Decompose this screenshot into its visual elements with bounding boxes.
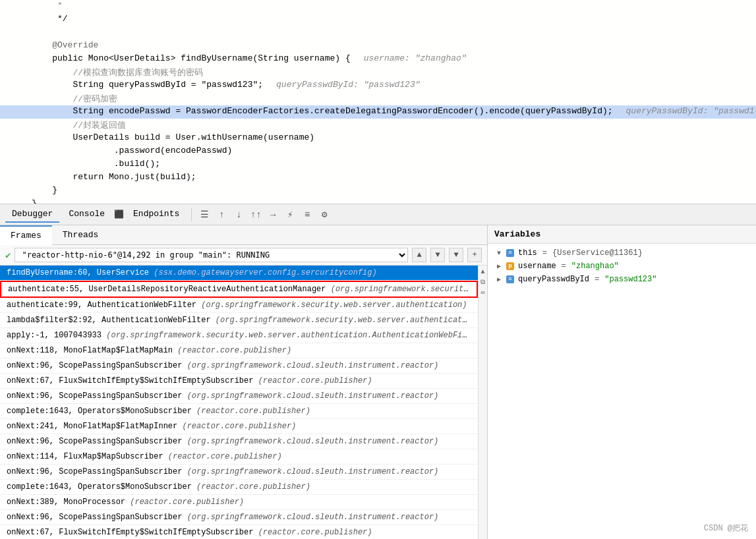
code-line: //封装返回值 <box>0 119 756 132</box>
code-text: } <box>26 198 756 204</box>
variables-panel: Variables ▼≡this = {UserService@11361}▶p… <box>488 225 756 539</box>
code-line: String encodePasswd = PasswordEncoderFac… <box>0 105 756 119</box>
frame-item[interactable]: onNext:114, FluxMap$MapSubscriber (react… <box>0 449 478 465</box>
frame-item[interactable]: onNext:118, MonoFlatMap$FlatMapMain (rea… <box>0 343 478 358</box>
frame-item[interactable]: onNext:241, MonoFlatMap$FlatMapInner (re… <box>0 419 478 434</box>
frame-item[interactable]: onNext:67, FluxSwitchIfEmpty$SwitchIfEmp… <box>0 374 478 389</box>
frame-item[interactable]: onNext:96, ScopePassingSpanSubscriber (o… <box>0 389 478 404</box>
debug-panels: Frames Threads ✔ "reactor-http-nio-6"@14… <box>0 225 756 539</box>
variable-item[interactable]: ▶≡queryPasswdById = "passwd123" <box>488 273 756 286</box>
step-over-btn[interactable]: ↑ <box>214 208 229 222</box>
frame-item[interactable]: apply:-1, 1007043933 (org.springframewor… <box>0 328 478 343</box>
expand-icon[interactable]: ▶ <box>494 275 504 284</box>
var-type-icon: ≡ <box>506 249 514 257</box>
code-text: //密码加密 <box>26 93 756 105</box>
frame-item[interactable]: onNext:96, ScopePassingSpanSubscriber (o… <box>0 358 478 374</box>
watermark: CSDN @把花 <box>704 523 748 534</box>
step-out-btn[interactable]: ↑↑ <box>248 208 263 222</box>
code-line: //密码加密 <box>0 92 756 105</box>
frames-list: findByUsername:60, UserService (ssx.demo… <box>0 266 478 539</box>
expand-icon[interactable]: ▶ <box>494 262 504 271</box>
frames-panel: Frames Threads ✔ "reactor-http-nio-6"@14… <box>0 225 488 539</box>
var-name: this <box>518 248 537 258</box>
tab-endpoints[interactable]: Endpoints <box>127 206 186 223</box>
code-text: String queryPasswdById = "passwd123";que… <box>26 80 756 90</box>
code-line: } <box>0 184 756 198</box>
frame-item[interactable]: complete:1643, Operators$MonoSubscriber … <box>0 404 478 419</box>
thread-selector[interactable]: "reactor-http-nio-6"@14,292 in group "ma… <box>15 248 408 262</box>
code-text: .password(encodePasswd) <box>26 146 756 156</box>
thread-status-icon: ✔ <box>5 250 11 261</box>
code-line: //模拟查询数据库查询账号的密码 <box>0 66 756 79</box>
debugger-toolbar: Debugger Console ⬛ Endpoints ☰ ↑ ↓ ↑↑ → … <box>0 204 756 225</box>
code-line: UserDetails build = User.withUsername(us… <box>0 132 756 145</box>
frames-btn[interactable]: ≡ <box>300 208 314 222</box>
frame-item[interactable]: onNext:96, ScopePassingSpanSubscriber (o… <box>0 465 478 480</box>
code-text: */ <box>26 14 756 24</box>
code-text: //模拟查询数据库查询账号的密码 <box>26 67 756 78</box>
var-value: "zhanghao" <box>571 262 619 271</box>
code-line: return Mono.just(build); <box>0 171 756 184</box>
code-line: String queryPasswdById = "passwd123";que… <box>0 79 756 92</box>
frame-item[interactable]: complete:1643, Operators$MonoSubscriber … <box>0 480 478 495</box>
code-line: .build(); <box>0 158 756 171</box>
code-text: UserDetails build = User.withUsername(us… <box>26 132 756 142</box>
infinity-btn[interactable]: ∞ <box>479 288 488 297</box>
filter-btn[interactable]: ▼ <box>449 248 463 262</box>
code-text: //封装返回值 <box>26 119 756 131</box>
down-btn[interactable]: ▼ <box>430 248 445 262</box>
evaluate-btn[interactable]: ⚡ <box>283 208 297 222</box>
code-text: return Mono.just(build); <box>26 172 756 182</box>
settings-btn[interactable]: ⚙ <box>317 208 332 222</box>
variables-header: Variables <box>488 225 756 244</box>
frame-item[interactable]: findByUsername:60, UserService (ssx.demo… <box>0 266 478 281</box>
code-text: public Mono<UserDetails> findByUsername(… <box>26 53 756 63</box>
code-line: } <box>0 198 756 204</box>
code-text: .build(); <box>26 159 756 169</box>
frame-item[interactable]: onNext:96, ScopePassingSpanSubscriber (o… <box>0 510 478 525</box>
up-btn[interactable]: ▲ <box>412 248 426 262</box>
thread-bar: ✔ "reactor-http-nio-6"@14,292 in group "… <box>0 245 487 266</box>
frame-item[interactable]: authenticate:99, AuthenticationWebFilter… <box>0 298 478 313</box>
add-btn[interactable]: + <box>467 248 482 262</box>
var-type-icon: ≡ <box>506 275 514 283</box>
var-name: queryPasswdById <box>518 275 589 284</box>
resume-btn[interactable]: ☰ <box>197 208 212 222</box>
frame-item[interactable]: onNext:96, ScopePassingSpanSubscriber (o… <box>0 434 478 449</box>
variables-list: ▼≡this = {UserService@11361}▶pusername =… <box>488 244 756 539</box>
frame-item[interactable]: onNext:67, FluxSwitchIfEmpty$SwitchIfEmp… <box>0 525 478 539</box>
code-text: String encodePasswd = PasswordEncoderFac… <box>26 106 756 116</box>
separator <box>191 208 192 221</box>
var-value: "passwd123" <box>604 275 656 284</box>
tab-frames[interactable]: Frames <box>0 225 52 245</box>
var-type-icon: p <box>506 262 514 270</box>
scroll-up-btn[interactable]: ▲ <box>479 267 488 276</box>
copy-btn[interactable]: ⧉ <box>479 277 488 287</box>
panel-tabs: Frames Threads <box>0 225 487 245</box>
code-line: * <box>0 0 756 13</box>
side-scrollbar: ▲ ⧉ ∞ <box>478 266 487 539</box>
frame-item[interactable]: onNext:389, MonoProcessor (reactor.core.… <box>0 495 478 510</box>
variable-item[interactable]: ▼≡this = {UserService@11361} <box>488 246 756 260</box>
var-name: username <box>518 262 556 271</box>
run-to-cursor-btn[interactable]: → <box>266 208 280 222</box>
code-editor: * */ @Override public Mono<UserDetails> … <box>0 0 756 204</box>
code-line: */ <box>0 13 756 26</box>
code-text: @Override <box>26 40 756 50</box>
frame-item[interactable]: lambda$filter$2:92, AuthenticationWebFil… <box>0 313 478 328</box>
code-line <box>0 26 756 40</box>
tab-debugger[interactable]: Debugger <box>5 206 59 223</box>
tab-console[interactable]: Console <box>62 206 111 223</box>
code-line: @Override <box>0 40 756 53</box>
step-into-btn[interactable]: ↓ <box>231 208 246 222</box>
frame-item[interactable]: authenticate:55, UserDetailsRepositoryRe… <box>0 281 478 298</box>
code-line: public Mono<UserDetails> findByUsername(… <box>0 53 756 66</box>
code-text: } <box>26 185 756 195</box>
var-value: {UserService@11361} <box>552 248 643 258</box>
code-line: .password(encodePasswd) <box>0 145 756 158</box>
variable-item[interactable]: ▶pusername = "zhanghao" <box>488 260 756 273</box>
tab-threads[interactable]: Threads <box>52 225 109 245</box>
code-text: * <box>26 1 756 11</box>
expand-icon[interactable]: ▼ <box>494 248 504 258</box>
